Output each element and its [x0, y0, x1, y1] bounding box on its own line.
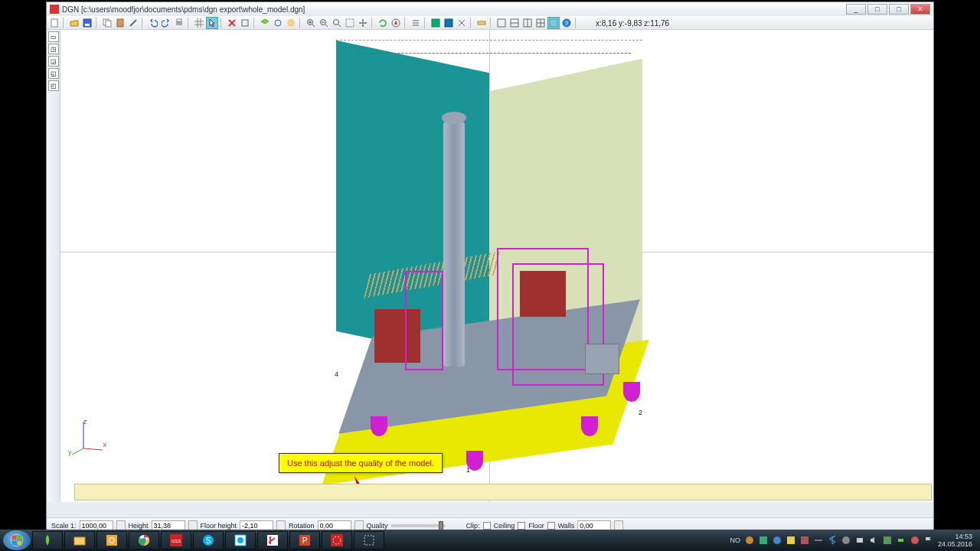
steel-frame-3: [405, 271, 443, 370]
properties-icon[interactable]: [239, 17, 251, 29]
marker-2: 2: [639, 409, 642, 416]
svg-rect-5: [117, 19, 123, 27]
cursor-mode-icon[interactable]: [206, 17, 218, 29]
taskbar-powerpoint-icon[interactable]: P: [289, 531, 320, 549]
taskbar-chrome-icon[interactable]: [129, 531, 159, 549]
measure-icon[interactable]: [475, 17, 488, 29]
new-icon[interactable]: [48, 17, 60, 29]
support-foot-1: [371, 416, 387, 436]
tool-icon[interactable]: [127, 17, 139, 29]
export-a-icon[interactable]: [430, 17, 442, 29]
svg-line-27: [72, 448, 83, 455]
titlebar[interactable]: DGN [c:\users\moodfjor\documents\pdms\dg…: [47, 2, 933, 16]
svg-point-9: [275, 20, 281, 26]
taskbar-app-10[interactable]: [322, 531, 352, 549]
quality-slider[interactable]: [391, 524, 445, 527]
save-icon[interactable]: [81, 17, 93, 29]
window-c-icon[interactable]: [521, 17, 534, 29]
list-icon[interactable]: [410, 17, 422, 29]
taskbar-teamviewer-icon[interactable]: [225, 531, 256, 549]
taskbar: O GSS S P NO 14:53 24.05.2016: [0, 530, 980, 551]
zoom-out-icon[interactable]: [318, 17, 330, 29]
floorheight-label: Floor height: [201, 522, 237, 530]
tray-icon-4[interactable]: [786, 536, 795, 545]
open-icon[interactable]: [68, 17, 80, 29]
app-title: DGN: [62, 5, 79, 14]
taskbar-outlook-icon[interactable]: O: [96, 531, 127, 549]
copy-icon[interactable]: [101, 17, 113, 29]
zoom-window-icon[interactable]: [344, 17, 356, 29]
help-icon[interactable]: ?: [560, 17, 573, 29]
tray-icon-5[interactable]: [800, 536, 809, 545]
tray-lang[interactable]: NO: [730, 536, 740, 544]
redo-icon[interactable]: [160, 17, 172, 29]
side-tool-4[interactable]: ◱: [48, 68, 59, 79]
palette-icon[interactable]: [285, 17, 297, 29]
tray-bluetooth-icon[interactable]: [828, 536, 837, 545]
compass-icon[interactable]: [390, 17, 402, 29]
axis-gizmo: z y x: [68, 418, 106, 456]
walls-checkbox[interactable]: [547, 522, 555, 530]
tray-network-icon[interactable]: [855, 536, 864, 545]
window-d-icon[interactable]: [534, 17, 547, 29]
svg-rect-33: [12, 541, 16, 545]
minimize-button[interactable]: _: [846, 4, 866, 15]
layer-icon[interactable]: [259, 17, 271, 29]
ceiling-checkbox[interactable]: [483, 522, 491, 530]
svg-text:?: ?: [565, 20, 569, 27]
side-tool-3[interactable]: ◲: [48, 56, 59, 67]
tray-volume-icon[interactable]: [869, 536, 878, 545]
print-icon[interactable]: [173, 17, 185, 29]
zoom-fit-icon[interactable]: [331, 17, 343, 29]
paste-icon[interactable]: [114, 17, 126, 29]
close-button[interactable]: ✕: [910, 4, 930, 15]
pan-icon[interactable]: [357, 17, 369, 29]
taskbar-app-11[interactable]: [354, 531, 384, 549]
window-b-icon[interactable]: [508, 17, 521, 29]
tray-icon-11[interactable]: [883, 536, 892, 545]
zoom-in-icon[interactable]: [305, 17, 317, 29]
tray-icon-13[interactable]: [910, 536, 920, 545]
undo-icon[interactable]: [147, 17, 159, 29]
side-tool-1[interactable]: ▭: [48, 31, 59, 42]
tray-icon-3[interactable]: [773, 536, 782, 545]
tray-power-icon[interactable]: [897, 536, 906, 545]
taskbar-app-8[interactable]: [257, 531, 288, 549]
svg-rect-16: [432, 19, 439, 27]
cut-icon[interactable]: [456, 17, 468, 29]
svg-point-61: [911, 536, 919, 544]
svg-line-28: [83, 448, 103, 450]
tray-icon-8[interactable]: [841, 536, 851, 545]
svg-rect-8: [242, 20, 248, 26]
floor-checkbox[interactable]: [518, 522, 525, 530]
taskbar-gss-icon[interactable]: GSS: [161, 531, 191, 549]
tray-icon-2[interactable]: [759, 536, 768, 545]
export-b-icon[interactable]: [443, 17, 455, 29]
svg-text:GSS: GSS: [172, 539, 181, 543]
svg-point-13: [334, 20, 339, 25]
svg-rect-4: [106, 21, 111, 27]
delete-icon[interactable]: [226, 17, 238, 29]
view-icon[interactable]: [272, 17, 284, 29]
taskbar-skype-icon[interactable]: S: [193, 531, 224, 549]
grid-icon[interactable]: [193, 17, 205, 29]
view3d-icon[interactable]: [547, 17, 560, 29]
tray-icon-1[interactable]: [745, 536, 754, 545]
svg-rect-35: [74, 537, 85, 545]
window-a-icon[interactable]: [495, 17, 508, 29]
side-tool-2[interactable]: ◳: [48, 44, 59, 54]
restore-button[interactable]: □: [867, 4, 887, 15]
refresh-icon[interactable]: [377, 17, 389, 29]
svg-rect-18: [478, 21, 485, 24]
side-tool-5[interactable]: ◰: [48, 80, 59, 91]
start-button[interactable]: [3, 530, 31, 550]
svg-rect-0: [51, 19, 57, 27]
maximize-button[interactable]: □: [889, 4, 909, 15]
taskbar-app-1[interactable]: [32, 531, 63, 549]
tray-icon-6[interactable]: [814, 536, 823, 545]
viewport-3d[interactable]: 1 2 4 z y x Use this adjust the quality …: [60, 30, 933, 502]
file-path: [c:\users\moodfjor\documents\pdms\dgn ex…: [81, 5, 305, 14]
tray-clock[interactable]: 14:53 24.05.2016: [938, 533, 972, 548]
tray-flag-icon[interactable]: [924, 536, 933, 545]
taskbar-explorer-icon[interactable]: [64, 531, 95, 549]
